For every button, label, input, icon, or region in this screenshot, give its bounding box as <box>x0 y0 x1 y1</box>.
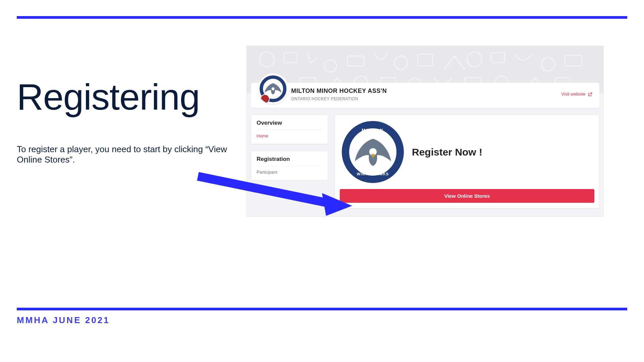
svg-rect-7 <box>491 53 505 63</box>
footer-text: MMHA JUNE 2021 <box>17 315 110 325</box>
visit-website-label: Visit website <box>561 92 585 97</box>
logo-top-text: MILTON <box>349 128 396 133</box>
embedded-app-screenshot: MILTON MINOR HOCKEY ASS'N ONTARIO HOCKEY… <box>247 46 604 217</box>
main-card: MILTON WINTERHAWKS Register Now ! View O… <box>335 115 599 208</box>
sidebar-overview-card: Overview Home <box>251 115 328 144</box>
svg-point-8 <box>541 58 555 71</box>
org-federation: ONTARIO HOCKEY FEDERATION <box>291 97 591 101</box>
view-online-stores-button[interactable]: View Online Stores <box>340 189 594 203</box>
page-title: Registering <box>17 75 200 118</box>
team-logo: MILTON WINTERHAWKS <box>342 121 404 183</box>
sidebar-item-home[interactable]: Home <box>257 130 322 140</box>
svg-point-0 <box>260 52 274 67</box>
content-row: Overview Home Registration Participant M… <box>247 108 603 217</box>
sidebar: Overview Home Registration Participant <box>251 115 328 208</box>
visit-website-link[interactable]: Visit website <box>561 92 592 97</box>
bottom-rule <box>17 308 627 310</box>
slide: Registering To register a player, you ne… <box>0 0 644 362</box>
federation-flag-icon <box>260 94 270 104</box>
sidebar-registration-card: Registration Participant <box>251 151 328 180</box>
svg-rect-3 <box>347 56 364 66</box>
svg-point-6 <box>467 52 482 67</box>
main-header: MILTON WINTERHAWKS Register Now ! <box>340 120 594 189</box>
org-name: MILTON MINOR HOCKEY ASS'N <box>291 87 591 95</box>
svg-point-4 <box>394 56 408 69</box>
svg-point-18 <box>272 87 275 90</box>
hawk-logo-icon <box>264 82 282 96</box>
register-now-heading: Register Now ! <box>412 146 482 158</box>
svg-rect-1 <box>284 53 297 63</box>
top-rule <box>17 16 627 19</box>
svg-rect-9 <box>565 55 582 66</box>
sidebar-registration-heading: Registration <box>257 156 322 163</box>
sidebar-item-participant[interactable]: Participant <box>257 166 322 177</box>
hawk-logo-icon <box>353 137 393 167</box>
org-avatar <box>258 73 288 104</box>
sidebar-overview-heading: Overview <box>257 120 322 126</box>
org-card: MILTON MINOR HOCKEY ASS'N ONTARIO HOCKEY… <box>251 83 599 108</box>
instruction-text: To register a player, you need to start … <box>17 144 231 165</box>
external-link-icon <box>588 93 592 97</box>
svg-point-2 <box>325 60 337 72</box>
svg-rect-5 <box>418 54 433 66</box>
logo-bottom-text: WINTERHAWKS <box>349 172 396 176</box>
